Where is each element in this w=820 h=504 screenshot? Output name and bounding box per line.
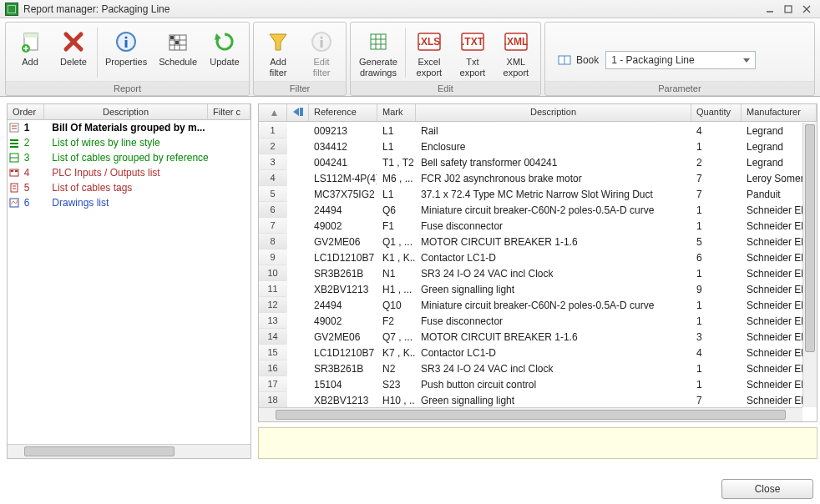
generate-drawings-button[interactable]: Generate drawings	[353, 24, 403, 81]
ribbon-group-edit: Generate drawings .XLS Excel export .TXT…	[350, 22, 541, 96]
svg-rect-1	[785, 6, 792, 13]
window-title: Report manager: Packaging Line	[23, 3, 760, 15]
drawings-icon	[365, 28, 392, 55]
book-icon	[558, 54, 571, 66]
add-icon	[17, 28, 43, 55]
svg-point-24	[320, 36, 322, 38]
svg-text:.XLS: .XLS	[418, 36, 441, 48]
xml-icon: .XML	[503, 28, 529, 55]
excel-export-button[interactable]: .XLS Excel export	[407, 24, 451, 81]
svg-rect-20	[175, 41, 179, 44]
group-label-report: Report	[6, 81, 249, 95]
schedule-icon	[165, 28, 191, 55]
svg-point-12	[124, 36, 127, 38]
schedule-button[interactable]: Schedule	[153, 24, 203, 81]
app-icon	[5, 3, 18, 16]
svg-rect-26	[371, 34, 386, 49]
group-label-filter: Filter	[254, 81, 346, 95]
svg-text:.XML: .XML	[504, 36, 529, 48]
maximize-button[interactable]	[780, 3, 797, 15]
svg-rect-25	[321, 40, 323, 48]
update-button[interactable]: Update	[203, 24, 246, 81]
ribbon: Add Delete Properties Schedule Update Re…	[0, 18, 820, 97]
svg-marker-22	[270, 34, 286, 50]
xls-icon: .XLS	[416, 28, 443, 55]
delete-button[interactable]: Delete	[52, 24, 95, 81]
group-label-edit: Edit	[351, 81, 540, 95]
ribbon-group-parameter: Book 1 - Packaging Line Parameter	[544, 22, 815, 96]
ribbon-group-report: Add Delete Properties Schedule Update Re…	[5, 22, 250, 96]
parameter-combo[interactable]: 1 - Packaging Line	[605, 51, 756, 69]
ribbon-group-filter: Add filter Edit filter Filter	[253, 22, 347, 96]
close-window-button[interactable]	[798, 3, 815, 15]
svg-rect-5	[24, 33, 38, 38]
delete-icon	[60, 28, 87, 55]
info-disabled-icon	[308, 28, 335, 55]
svg-rect-13	[125, 40, 128, 48]
refresh-icon	[211, 28, 238, 55]
minimize-button[interactable]	[762, 3, 778, 15]
svg-rect-19	[170, 36, 174, 39]
titlebar: Report manager: Packaging Line	[0, 0, 820, 18]
txt-export-button[interactable]: .TXT Txt export	[451, 24, 494, 81]
xml-export-button[interactable]: .XML XML export	[494, 24, 538, 81]
svg-marker-21	[215, 33, 221, 40]
funnel-icon	[265, 28, 291, 55]
edit-filter-button[interactable]: Edit filter	[300, 24, 343, 81]
svg-text:.TXT: .TXT	[462, 36, 484, 48]
properties-button[interactable]: Properties	[99, 24, 153, 81]
txt-icon: .TXT	[459, 28, 486, 55]
parameter-field-label: Book	[558, 54, 599, 66]
group-label-parameter: Parameter	[545, 81, 814, 95]
info-icon	[113, 28, 139, 55]
add-filter-button[interactable]: Add filter	[256, 24, 300, 81]
add-button[interactable]: Add	[8, 24, 52, 81]
